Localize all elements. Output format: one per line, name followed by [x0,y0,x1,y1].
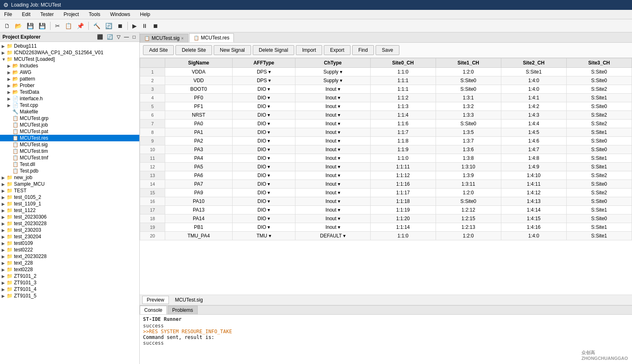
cell-afftype[interactable]: DIO ▾ [232,137,295,145]
cell-signame[interactable]: PA13 [165,206,232,214]
cell-site0[interactable]: 1:1:0 [370,154,436,163]
tree-item[interactable]: ▼📁MCUTest [Loaded] [0,56,139,62]
cell-site1[interactable]: 1:2:0 [436,232,501,240]
sig-btn-new-signal[interactable]: New Signal [214,45,251,55]
cell-site1[interactable]: 1:3:2 [436,102,501,111]
cell-site0[interactable]: 1:1:11 [370,163,436,171]
editor-tab-MCUTest-sig[interactable]: 📋MCUTest.sig× [140,34,188,42]
cell-signame[interactable]: PB1 [165,223,232,232]
cell-site3[interactable]: S:Site0 [566,180,632,189]
cell-site2[interactable]: 1:4:10 [501,171,566,180]
menu-item-tools[interactable]: Tools [86,11,103,18]
explorer-max-btn[interactable]: □ [131,34,137,40]
tree-expand-btn[interactable]: ▶ [2,189,7,193]
table-row[interactable]: 4PF0DIO ▾Inout ▾1:1:21:3:11:4:1S:Site1 [140,94,632,102]
cell-site0[interactable]: 1:1:3 [370,102,436,111]
tree-item[interactable]: ▶📄Test.cpp [0,102,139,108]
cell-site3[interactable]: S:Site2 [566,171,632,180]
tree-item[interactable]: ▶📁test_0105_2 [0,194,139,200]
table-row[interactable]: 11PA4DIO ▾Inout ▾1:1:01:3:81:4:8S:Site1 [140,154,632,163]
cell-chtype[interactable]: Inout ▾ [295,180,370,189]
table-row[interactable]: 14PA7DIO ▾Inout ▾1:1:161:3:111:4:11S:Sit… [140,180,632,189]
tree-item[interactable]: ▶📁TEST [0,187,139,194]
cell-site0[interactable]: 1:1:0 [370,232,436,240]
sig-btn-export[interactable]: Export [324,45,351,55]
cell-chtype[interactable]: Inout ▾ [295,223,370,232]
tree-expand-btn[interactable]: ▶ [7,70,12,75]
tree-item[interactable]: 📋MCUTest.job [0,122,139,128]
cell-signame[interactable]: PA4 [165,154,232,163]
cell-afftype[interactable]: DIO ▾ [232,128,295,137]
cell-site2[interactable]: S:Site1 [501,68,566,76]
tree-item[interactable]: ▶📁ZT9101_2 [0,273,139,279]
cell-afftype[interactable]: DIO ▾ [232,120,295,128]
menu-item-tester[interactable]: Tester [38,11,56,18]
cell-site2[interactable]: 1:4:12 [501,189,566,197]
cell-signame[interactable]: PF0 [165,94,232,102]
explorer-collapse-btn[interactable]: ▽ [115,34,122,40]
build-btn[interactable]: 🔨 [92,22,102,30]
cell-signame[interactable]: TMU_PA4 [165,232,232,240]
cell-site1[interactable]: S:Site0 [436,197,501,206]
cell-chtype[interactable]: Inout ▾ [295,137,370,145]
sig-btn-save[interactable]: Save [376,45,399,55]
tree-item[interactable]: 📋MCUTest.pat [0,128,139,135]
cell-site0[interactable]: 1:1:7 [370,128,436,137]
cell-afftype[interactable]: DIO ▾ [232,102,295,111]
cell-afftype[interactable]: TMU ▾ [232,232,295,240]
tree-item[interactable]: ▶📁text_20230228 [0,253,139,260]
table-row[interactable]: 6NRSTDIO ▾Inout ▾1:1:41:3:31:4:3S:Site2 [140,111,632,120]
table-row[interactable]: 10PA3DIO ▾Inout ▾1:1:91:3:61:4:7S:Site0 [140,145,632,154]
tree-expand-btn[interactable]: ▶ [2,208,7,213]
cell-site3[interactable]: S:Site2 [566,120,632,128]
cell-site3[interactable]: S:Site1 [566,154,632,163]
tree-expand-btn[interactable]: ▶ [2,51,7,55]
cell-site2[interactable]: 1:4:16 [501,223,566,232]
tree-expand-btn[interactable]: ▶ [2,261,7,265]
tree-expand-btn[interactable]: ▶ [7,103,12,108]
cell-signame[interactable]: PA1 [165,128,232,137]
cell-site1[interactable]: S:Site0 [436,76,501,85]
cell-site2[interactable]: 1:4:7 [501,145,566,154]
cell-site1[interactable]: 1:3:8 [436,154,501,163]
table-row[interactable]: 15PA9DIO ▾Inout ▾1:1:171:2:01:4:12S:Site… [140,189,632,197]
cell-signame[interactable]: BOOT0 [165,85,232,94]
sig-btn-find[interactable]: Find [352,45,374,55]
tree-item[interactable]: 📋MCUTest.tim [0,148,139,154]
cell-site2[interactable]: 1:4:14 [501,206,566,214]
cell-site0[interactable]: 1:1:16 [370,180,436,189]
table-row[interactable]: 12PA5DIO ▾Inout ▾1:1:111:3:101:4:9S:Site… [140,163,632,171]
menu-item-windows[interactable]: Windows [108,11,133,18]
cell-signame[interactable]: VDD [165,76,232,85]
cell-chtype[interactable]: Inout ▾ [295,85,370,94]
cell-site2[interactable]: 1:4:15 [501,214,566,223]
tree-item[interactable]: ▶📁Sample_MCU [0,181,139,187]
tree-item[interactable]: ▶📁test_230204 [0,233,139,240]
cell-site1[interactable]: 1:3:11 [436,180,501,189]
cell-afftype[interactable]: DIO ▾ [232,206,295,214]
cell-chtype[interactable]: Supply ▾ [295,68,370,76]
cell-site3[interactable]: S:Site1 [566,128,632,137]
save-btn[interactable]: 💾 [25,22,35,30]
cell-site1[interactable]: 1:3:6 [436,145,501,154]
cell-site0[interactable]: 1:1:8 [370,137,436,145]
tree-item[interactable]: 📋MCUTest.tmf [0,154,139,161]
cell-afftype[interactable]: DIO ▾ [232,85,295,94]
tree-item[interactable]: ▶📁ZT9101_4 [0,286,139,293]
cell-chtype[interactable]: Inout ▾ [295,163,370,171]
cell-site1[interactable]: 1:2:15 [436,214,501,223]
cell-afftype[interactable]: DPS ▾ [232,76,295,85]
table-row[interactable]: 9PA2DIO ▾Inout ▾1:1:81:3:71:4:6S:Site0 [140,137,632,145]
new-btn[interactable]: 🗋 [2,22,12,30]
table-row[interactable]: 7PA0DIO ▾Inout ▾1:1:6S:Site01:4:4S:Site2 [140,120,632,128]
tree-item[interactable]: ▶📂AWG [0,69,139,76]
cell-site1[interactable]: 1:3:9 [436,171,501,180]
cell-signame[interactable]: PA14 [165,214,232,223]
cell-site0[interactable]: 1:1:1 [370,76,436,85]
cell-signame[interactable]: PA3 [165,145,232,154]
cell-chtype[interactable]: Inout ▾ [295,171,370,180]
tree-expand-btn[interactable]: ▶ [7,77,12,81]
cell-signame[interactable]: PA10 [165,197,232,206]
cell-site0[interactable]: 1:1:2 [370,94,436,102]
tree-item[interactable]: ▶📁ZT9101_5 [0,293,139,299]
